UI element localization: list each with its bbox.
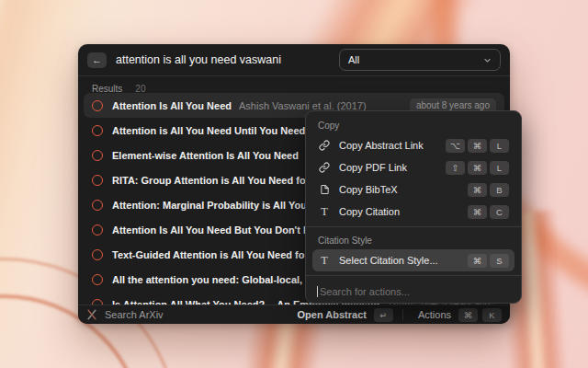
- result-author: Ashish Vaswani et al. (2017): [239, 100, 367, 111]
- action-item-shortcut: ⇧⌘L: [446, 161, 509, 175]
- action-item-shortcut: ⌘S: [468, 254, 509, 268]
- arxiv-ring-icon: [92, 249, 103, 260]
- text-icon: T: [318, 206, 331, 218]
- action-item-label: Copy PDF Link: [339, 162, 407, 173]
- action-item-label: Copy BibTeX: [339, 184, 398, 195]
- key-badge: ⌘: [468, 183, 487, 197]
- arxiv-ring-icon: [92, 224, 103, 236]
- result-title: Element-wise Attention Is All You Need: [112, 150, 299, 161]
- key-badge: ⌘: [468, 254, 487, 268]
- back-arrow-icon: ←: [92, 55, 102, 65]
- arxiv-ring-icon: [92, 150, 103, 161]
- primary-action-label[interactable]: Open Abstract: [298, 309, 367, 320]
- arxiv-ring-icon: [92, 100, 103, 111]
- key-badge-cmd: ⌘: [458, 308, 478, 322]
- action-item-label: Copy Citation: [339, 206, 400, 217]
- actions-search: [306, 280, 521, 303]
- key-badge: ⌥: [446, 139, 465, 153]
- action-item-copy-bibtex[interactable]: Copy BibTeX⌘B: [312, 178, 514, 201]
- search-topbar: ← attention is all you need vaswani All: [78, 44, 510, 76]
- command-name: Search ArXiv: [105, 309, 164, 320]
- search-query[interactable]: attention is all you need vaswani: [116, 53, 281, 66]
- key-badge: ⌘: [468, 161, 487, 175]
- arxiv-ring-icon: [92, 175, 103, 186]
- action-item-shortcut: ⌘B: [468, 183, 509, 197]
- arxiv-ring-icon: [92, 274, 103, 285]
- menu-section-header: Copy: [312, 116, 514, 134]
- link-icon: [318, 140, 331, 151]
- action-item-label: Select Citation Style...: [339, 255, 438, 266]
- key-badge: ⌘: [468, 205, 487, 219]
- action-item-copy-citation[interactable]: TCopy Citation⌘C: [312, 201, 514, 223]
- key-badge: ⌘: [468, 139, 487, 153]
- actions-search-input[interactable]: [318, 286, 510, 297]
- key-badge: L: [490, 161, 509, 175]
- action-item-shortcut: ⌥⌘L: [446, 139, 509, 153]
- result-title: Attention Is All You Need: [112, 100, 232, 111]
- key-badge-k: K: [482, 308, 502, 322]
- key-badge: C: [490, 205, 509, 219]
- menu-divider: [306, 226, 521, 227]
- document-icon: [318, 184, 331, 195]
- arxiv-ring-icon: [92, 125, 103, 136]
- link-icon: [318, 162, 331, 173]
- action-item-shortcut: ⌘C: [468, 205, 509, 219]
- key-badge-return: ↵: [374, 308, 393, 322]
- arxiv-x-icon: [86, 309, 97, 320]
- action-item-copy-pdf-link[interactable]: Copy PDF Link⇧⌘L: [312, 156, 514, 178]
- key-badge: ⇧: [446, 161, 465, 175]
- key-badge: B: [490, 183, 509, 197]
- action-item-copy-abstract-link[interactable]: Copy Abstract Link⌥⌘L: [312, 134, 514, 156]
- desktop-wallpaper: ← attention is all you need vaswani All …: [0, 0, 588, 368]
- filter-dropdown-value: All: [348, 54, 359, 65]
- back-button[interactable]: ←: [87, 52, 107, 68]
- actions-menu: CopyCopy Abstract Link⌥⌘LCopy PDF Link⇧⌘…: [305, 110, 522, 304]
- key-badge: S: [490, 254, 509, 268]
- raycast-window: ← attention is all you need vaswani All …: [78, 44, 510, 324]
- bottom-bar: Search ArXiv Open Abstract ↵ Actions ⌘ K: [78, 305, 510, 324]
- filter-dropdown[interactable]: All: [339, 49, 501, 71]
- action-item-select-citation-style[interactable]: TSelect Citation Style...⌘S: [312, 249, 514, 271]
- chevron-down-icon: [483, 56, 492, 64]
- bottom-bar-divider: [402, 309, 403, 320]
- menu-section-header: Citation Style: [312, 231, 514, 249]
- key-badge: L: [490, 139, 509, 153]
- actions-button[interactable]: Actions: [418, 309, 451, 320]
- arxiv-ring-icon: [92, 200, 103, 211]
- menu-divider: [306, 275, 521, 276]
- action-item-label: Copy Abstract Link: [339, 140, 424, 151]
- text-icon: T: [318, 255, 331, 267]
